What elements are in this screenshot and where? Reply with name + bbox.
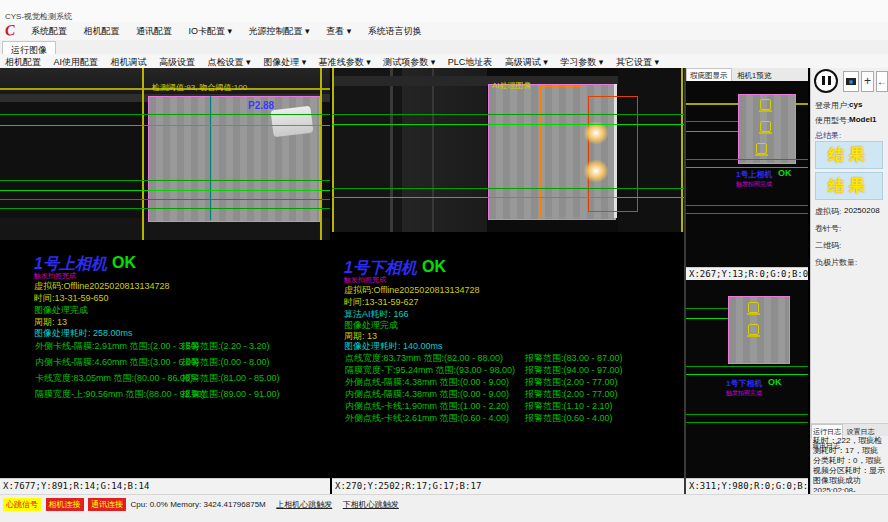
camera-icon [846,78,856,85]
overlay-line [332,124,684,125]
measurement-alarm: 报警范围:(81.00 - 85.00) [182,372,280,385]
defect-marker [748,302,759,313]
pause-icon [828,76,831,85]
measurement-text: 外侧卡线-隔膜:2.91mm 范围:(2.00 - 3.50) [35,340,199,353]
left-camera-image[interactable]: 检测阈值:93, 吻合阈值:100 P2.88 [0,68,330,240]
overlay-line [686,422,808,423]
overlay-line [0,199,330,200]
threshold-note: 检测阈值:93, 吻合阈值:100 [152,82,247,93]
status-bar: 心跳信号 相机连接 通讯连接 Cpu: 0.0% Memory: 3424.41… [0,494,888,522]
thumb-camera-title: 1号上相机 [736,169,772,180]
pause-icon [822,76,825,85]
sidebar: + ← 登录用户: cys 使用型号: Model1 总结果: 结果 结果 虚拟… [810,68,888,494]
overlay-line [0,180,330,181]
overlay-line [332,188,684,189]
thumb-camera-title: 1号下相机 [726,378,762,389]
overlay-line [686,213,808,214]
defect-marker [760,99,771,110]
overlay-line [686,159,808,160]
measurement-alarm: 报警范围:(2.20 - 3.20) [182,340,270,353]
measurement-text: 外侧点线-卡线:2.61mm 范围:(0.60 - 4.00) [345,412,509,425]
bottom-camera-thumbnail[interactable]: 1号下相机 OK 触发拍照完成 [686,280,808,478]
menu-light-config[interactable]: 光源控制配置 ▾ [242,22,317,40]
menu-view[interactable]: 查看 ▾ [319,22,358,40]
overlay-line [0,190,330,191]
left-status-ok: OK [112,254,136,272]
menu-items: 系统配置 相机配置 通讯配置 IO卡配置 ▾ 光源控制配置 ▾ 查看 ▾ 系统语… [24,22,429,40]
measurement-text: 内侧卡线-隔膜:4.60mm 范围:(3.00 - 6.00) [35,356,199,369]
needle-number-label: 卷针号: [815,223,841,234]
virtual-code-value: 20250208 [844,206,880,215]
bottom-thumb-coords: X:311;Y:980;R:0;G:0;B:0 [686,478,808,494]
pause-button[interactable] [814,69,838,93]
measurement-alarm: 报警范围:(0.00 - 8.00) [182,356,270,369]
defect-marker [748,324,759,335]
overlay-line [681,68,683,232]
plus-icon: + [864,74,871,88]
gripper-part [271,106,314,138]
anode-count-label: 负极片数量: [815,257,857,268]
login-user-label: 登录用户: [815,100,849,111]
back-arrow-icon: ← [877,76,887,87]
defect-marker [756,143,767,154]
result-badge-top: 结果 [815,141,883,169]
thumb-trigger-note: 触发拍照完成 [736,180,772,189]
result-badge-bottom: 结果 [815,172,883,200]
overlay-line [686,414,808,415]
overlay-line [686,121,738,122]
total-result-label: 总结果: [815,130,841,141]
overlay-line [320,68,322,240]
app-window: CYS-视觉检测系统 C 系统配置 相机配置 通讯配置 IO卡配置 ▾ 光源控制… [0,0,888,522]
top-camera-heartbeat-link[interactable]: 上相机心跳触发 [276,500,332,509]
log-tabstrip: 运行日志 设置日志 通讯日志 [811,423,888,436]
thumb-status-ok: OK [768,377,782,387]
middle-status-ok: OK [422,258,446,276]
overlay-value: P2.88 [248,100,274,111]
menu-language-switch[interactable]: 系统语言切换 [361,22,429,40]
measurement-text: 卡线宽度:83.05mm 范围:(80.00 - 86.00) [35,372,193,385]
measurement-alarm: 报警范围:(0.60 - 4.00) [525,412,613,425]
overlay-line [686,205,808,206]
overlay-line [686,366,808,367]
toolbar: 相机配置 AI使用配置 相机调试 高级设置 点检设置 ▾ 图像处理 ▾ 基准线参… [0,54,888,69]
top-camera-thumbnail[interactable]: 1号上相机 OK 触发拍照完成 [686,81,808,267]
left-cursor-coords: X:7677;Y:891;R:14;G:14;B:14 [0,478,330,494]
measurement-alarm: 报警范围:(89.00 - 91.00) [182,388,280,401]
reflection-glint [584,122,608,144]
menu-io-config[interactable]: IO卡配置 ▾ [182,22,240,40]
overlay-line [686,131,738,132]
left-elapsed: 图像处理耗时: 258.00ms [34,327,133,340]
menu-bar: C 系统配置 相机配置 通讯配置 IO卡配置 ▾ 光源控制配置 ▾ 查看 ▾ 系… [0,22,888,40]
overlay-line [0,114,330,115]
overlay-line [142,68,144,240]
cpu-memory-status: Cpu: 0.0% Memory: 3424.41796875M [131,500,266,509]
overlay-line [0,125,330,126]
ai-overlay-note: AI处理图像 [492,80,532,91]
overlay-line [686,308,728,309]
thumb-trigger-note: 触发拍照完成 [726,389,762,398]
menu-system-config[interactable]: 系统配置 [24,22,74,40]
middle-camera-image[interactable]: AI处理图像 [332,68,684,232]
measurement-text: 隔膜宽度-上:90.56mm 范围:(88.00 - 92.00) [35,388,205,401]
defect-marker [760,121,771,132]
title-bar: CYS-视觉检测系统 [0,0,888,23]
qr-code-label: 二维码: [815,240,841,251]
camera-snapshot-button[interactable] [843,71,859,92]
top-thumb-coords: X:267;Y:13;R:0;G:0;B:0 [686,267,808,280]
product-region [728,296,790,364]
zoom-in-button[interactable]: + [861,71,874,92]
window-title: CYS-视觉检测系统 [5,11,72,22]
reflection-glint [584,160,608,182]
heartbeat-status-badge: 心跳信号 [3,498,41,511]
overlay-line [686,374,808,375]
reset-view-button[interactable]: ← [876,71,888,92]
overlay-line [332,197,684,198]
overlay-line [332,114,684,115]
menu-camera-config[interactable]: 相机配置 [77,22,127,40]
bottom-camera-heartbeat-link[interactable]: 下相机心跳触发 [343,500,399,509]
menu-comm-config[interactable]: 通讯配置 [129,22,179,40]
virtual-code-label: 虚拟码: [815,206,841,217]
overlay-line [0,208,330,209]
overlay-line [332,68,334,232]
roi-box-orange [540,86,582,218]
